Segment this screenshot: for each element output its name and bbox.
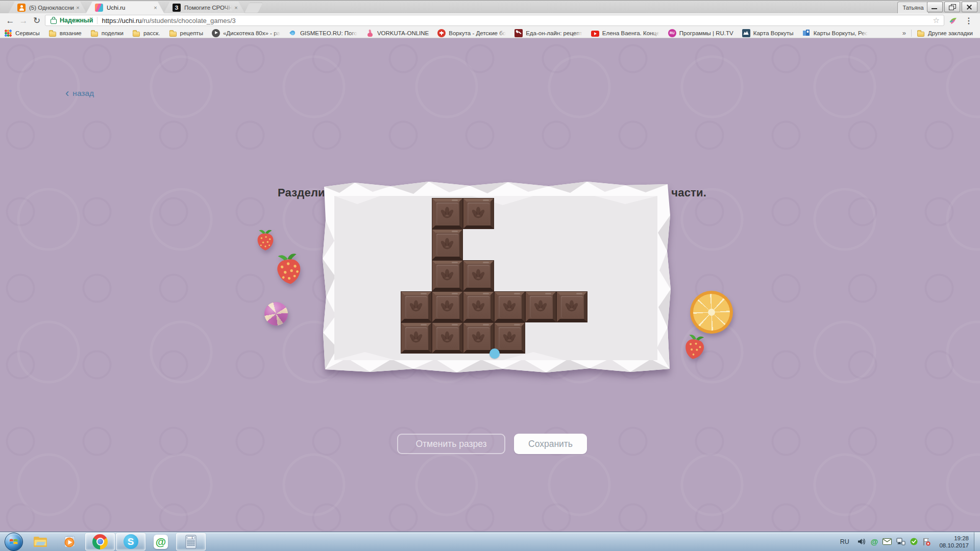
- system-tray: RU @ 19:28 08.10.2017: [840, 532, 980, 551]
- bookmark-item[interactable]: Карта Воркуты: [742, 29, 794, 37]
- security-label: Надежный: [60, 17, 93, 24]
- screen: (5) Одноклассники × Uchi.ru × З Помогите…: [0, 0, 980, 551]
- bookmark-item[interactable]: Еда-он-лайн: рецепт: [514, 29, 582, 37]
- chocolate-emblem-icon: [407, 298, 425, 315]
- bookmark-item[interactable]: расск.: [132, 29, 160, 37]
- tab-close-icon[interactable]: ×: [152, 4, 159, 12]
- bookmark-item[interactable]: рецепты: [169, 29, 203, 37]
- bookmark-item[interactable]: «Дискотека 80х» - ра: [212, 29, 280, 37]
- close-button[interactable]: [962, 2, 977, 12]
- folder-icon: [169, 29, 177, 37]
- divider: [911, 30, 912, 37]
- folder-icon: [90, 29, 99, 37]
- language-indicator[interactable]: RU: [840, 538, 849, 545]
- bookmark-label: Карты Воркуты, Рес: [814, 30, 868, 36]
- taskbar-calculator-button[interactable]: 0: [176, 533, 206, 550]
- explorer-folder-icon: [33, 535, 48, 548]
- tab-znanija[interactable]: З Помогите СРОЧНОООО ×: [163, 2, 245, 14]
- bookmark-item[interactable]: Елена Ваенга. Конце: [591, 30, 659, 37]
- mailru-agent-tray-icon[interactable]: @: [871, 537, 878, 546]
- folder-icon: [48, 29, 57, 37]
- chrome-icon: [92, 534, 108, 549]
- start-button[interactable]: [2, 532, 26, 551]
- bookmark-star-icon[interactable]: ☆: [933, 16, 940, 25]
- url-path: /ru/students/chocolate_games/3: [142, 17, 236, 24]
- volume-icon[interactable]: [857, 538, 866, 545]
- tab-close-icon[interactable]: ×: [232, 4, 240, 12]
- taskbar-skype-button[interactable]: S: [116, 533, 145, 550]
- bookmarks-overflow-icon[interactable]: »: [902, 29, 906, 37]
- cut-marker-dot[interactable]: [489, 348, 500, 359]
- chocolate-emblem-icon: [438, 267, 456, 284]
- bookmark-item[interactable]: VORKUTA-ONLINE: [366, 29, 429, 37]
- cancel-cut-button[interactable]: Отменить разрез: [397, 434, 505, 454]
- bookmark-item[interactable]: Сервисы: [4, 29, 40, 37]
- network-icon[interactable]: [896, 538, 905, 545]
- bookmark-label: рецепты: [180, 30, 203, 36]
- lock-icon: [51, 19, 57, 24]
- bookmark-item[interactable]: GISMETEO.RU: Погод: [289, 29, 357, 37]
- mappin-icon: [802, 29, 811, 37]
- restore-button[interactable]: [944, 2, 960, 12]
- bookmark-label: вязание: [60, 30, 82, 36]
- bookmark-label: Елена Ваенга. Конце: [602, 30, 659, 36]
- bookmark-item[interactable]: Карты Воркуты, Рес: [802, 29, 868, 37]
- chocolate-square: [556, 291, 587, 322]
- minimize-button[interactable]: [927, 2, 943, 12]
- other-bookmarks-button[interactable]: Другие закладки: [917, 29, 973, 37]
- bookmarks-overflow: » Другие закладки: [902, 29, 976, 37]
- chocolate-square: [432, 198, 463, 229]
- media-player-icon: [62, 535, 78, 549]
- tab-title: (5) Одноклассники: [29, 5, 74, 11]
- divider: [97, 17, 97, 24]
- clock-time: 19:28: [939, 535, 969, 542]
- chocolate-bar[interactable]: [0, 38, 980, 532]
- tab-odnoklassniki[interactable]: (5) Одноклассники ×: [8, 2, 87, 14]
- chocolate-square: [463, 322, 494, 354]
- chocolate-emblem-icon: [438, 329, 456, 346]
- url-text: https://uchi.ru/ru/students/chocolate_ga…: [102, 17, 235, 24]
- show-desktop-button[interactable]: [974, 532, 980, 551]
- apps-icon: [4, 29, 12, 37]
- window-controls: [927, 2, 977, 12]
- taskbar-explorer-button[interactable]: [26, 534, 55, 550]
- taskbar-clock[interactable]: 19:28 08.10.2017: [939, 535, 969, 549]
- candy-swirl-icon: [264, 302, 288, 325]
- bookmark-item[interactable]: RUПрограммы | RU.TV: [668, 29, 733, 37]
- forward-icon[interactable]: →: [17, 13, 30, 28]
- taskbar: S @ 0 RU @: [0, 532, 980, 551]
- new-tab-button[interactable]: [244, 3, 263, 13]
- tab-close-icon[interactable]: ×: [74, 4, 82, 12]
- address-bar[interactable]: Надежный https://uchi.ru/ru/students/cho…: [45, 15, 944, 26]
- browser-menu-icon[interactable]: ⋮: [964, 15, 974, 26]
- tab-uchi[interactable]: Uchi.ru ×: [86, 2, 164, 14]
- action-buttons: Отменить разрез Сохранить: [0, 434, 980, 454]
- tab-title: Помогите СРОЧНОООО: [184, 5, 232, 11]
- redcross-icon: [437, 29, 446, 37]
- strawberry-small-icon: [254, 228, 277, 255]
- bookmark-label: VORKUTA-ONLINE: [377, 30, 429, 36]
- profile-chip[interactable]: Татьяна: [897, 2, 929, 13]
- chocolate-square: [494, 322, 525, 354]
- chocolate-emblem-icon: [438, 205, 456, 222]
- chocolate-square: [463, 291, 494, 322]
- action-center-flag-icon[interactable]: [922, 538, 930, 546]
- mail-icon[interactable]: [883, 538, 892, 545]
- chocolate-square: [401, 322, 432, 354]
- bookmark-item[interactable]: Воркута - Детские бо: [437, 29, 506, 37]
- reload-icon[interactable]: ↻: [31, 13, 43, 28]
- status-check-icon[interactable]: [910, 538, 918, 545]
- extension-hummingbird-icon[interactable]: [948, 15, 959, 26]
- taskbar-media-player-button[interactable]: [56, 534, 84, 550]
- bookmark-item[interactable]: вязание: [48, 29, 82, 37]
- taskbar-mailru-agent-button[interactable]: @: [146, 534, 175, 550]
- bookmark-item[interactable]: поделки: [90, 29, 124, 37]
- url-host: https://uchi.ru: [102, 17, 141, 24]
- taskbar-chrome-button[interactable]: [85, 533, 115, 550]
- chocolate-square: [463, 198, 494, 229]
- save-button[interactable]: Сохранить: [514, 434, 587, 454]
- bookmark-label: Программы | RU.TV: [679, 30, 733, 36]
- chocolate-emblem-icon: [470, 205, 487, 222]
- bookmarks-bar: Сервисывязаниеподелкирасск.рецепты«Диско…: [0, 28, 980, 38]
- back-icon[interactable]: ←: [4, 13, 16, 28]
